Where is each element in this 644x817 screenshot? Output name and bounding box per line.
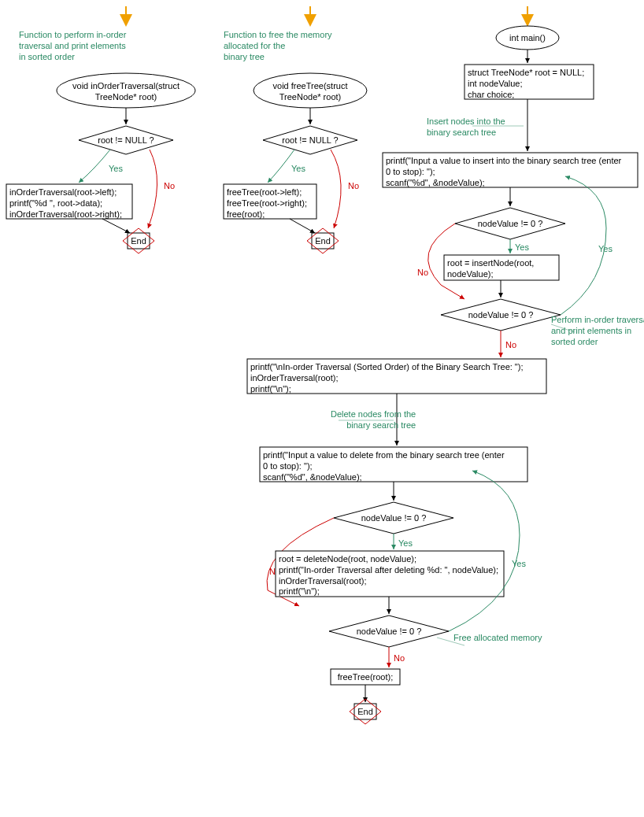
free-label: freeTree(root); bbox=[331, 672, 400, 683]
body-label-freetree: freeTree(root->left); freeTree(root->rig… bbox=[227, 187, 307, 220]
delete-label: root = deleteNode(root, nodeValue); prin… bbox=[279, 554, 498, 597]
traverse-label: printf("\nIn-order Traversal (Sorted Ord… bbox=[250, 362, 524, 394]
no-label: No bbox=[164, 181, 175, 190]
cond-label-inorder: root != NULL ? bbox=[94, 135, 157, 146]
yes-label: Yes bbox=[291, 164, 305, 173]
comment-inorder: Function to perform in-order traversal a… bbox=[19, 30, 126, 62]
init-label: struct TreeNode* root = NULL; int nodeVa… bbox=[468, 68, 584, 100]
prompt-delete-label: printf("Input a value to delete from the… bbox=[263, 450, 505, 482]
flowchart-canvas: Yes No Yes No Yes No Yes No Yes No Yes N… bbox=[0, 0, 644, 817]
yes-label: Yes bbox=[515, 242, 529, 252]
cond1-label: nodeValue != 0 ? bbox=[471, 219, 550, 230]
edge bbox=[290, 219, 315, 233]
cond2-label: nodeValue != 0 ? bbox=[461, 310, 540, 321]
start-label-freetree: void freeTree(struct TreeNode* root) bbox=[263, 81, 357, 103]
cond-label-freetree: root != NULL ? bbox=[279, 135, 342, 146]
edge-no bbox=[148, 150, 157, 228]
comment-insert: Insert nodes into the binary search tree bbox=[427, 116, 505, 139]
edge bbox=[102, 219, 130, 233]
start-label-inorder: void inOrderTraversal(struct TreeNode* r… bbox=[68, 81, 184, 103]
start-label-main: int main() bbox=[505, 33, 550, 44]
insert-label: root = insertNode(root, nodeValue); bbox=[447, 258, 534, 280]
end-label-main: End bbox=[356, 707, 375, 718]
yes-label: Yes bbox=[512, 559, 526, 568]
comment-freemem: Free allocated memory bbox=[453, 633, 542, 644]
edge-no bbox=[331, 150, 341, 228]
no-label: No bbox=[417, 268, 428, 277]
no-label: No bbox=[394, 653, 405, 663]
no-label: No bbox=[505, 340, 516, 349]
no-label: No bbox=[348, 181, 359, 190]
prompt-insert-label: printf("Input a value to insert into the… bbox=[386, 156, 621, 188]
edge-yes bbox=[79, 150, 110, 183]
comment-freetree: Function to free the memory allocated fo… bbox=[224, 30, 332, 62]
comment-delete: Delete nodes from the binary search tree bbox=[331, 409, 416, 431]
body-label-inorder: inOrderTraversal(root->left); printf("%d… bbox=[9, 187, 122, 220]
comment-traverse: Perform in-order traversal and print ele… bbox=[551, 315, 644, 347]
yes-label: Yes bbox=[598, 244, 613, 253]
cond3-label: nodeValue != 0 ? bbox=[354, 513, 433, 524]
yes-label: Yes bbox=[109, 164, 123, 173]
end-label-freetree: End bbox=[313, 236, 332, 247]
end-label-inorder: End bbox=[129, 236, 148, 247]
edge-yes bbox=[268, 150, 294, 183]
yes-label: Yes bbox=[398, 538, 413, 548]
cond4-label: nodeValue != 0 ? bbox=[350, 627, 428, 638]
